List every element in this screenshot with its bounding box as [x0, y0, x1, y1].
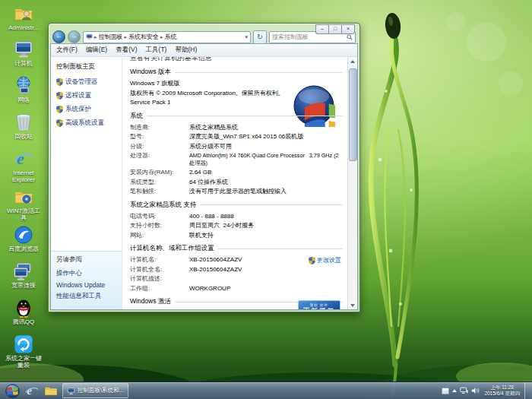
internet-explorer-icon: e: [25, 385, 38, 397]
taskbar-explorer-button[interactable]: [41, 383, 60, 398]
row-value: AMD Athlon(tm) X4 760K Quad Core Process…: [189, 152, 343, 166]
triangle-down-icon: [350, 304, 355, 307]
breadcrumb-item-system[interactable]: 系统: [165, 33, 177, 41]
close-button[interactable]: ×: [341, 24, 355, 34]
desktop-icon-label: 回收站: [14, 133, 33, 140]
row-value: 2.64 GB: [189, 169, 211, 176]
desktop-icon-computer[interactable]: 计算机: [3, 40, 44, 67]
taskbar-ie-button[interactable]: e: [22, 383, 41, 398]
sidebar-item-windows-update[interactable]: Windows Update: [56, 280, 116, 290]
vertical-scrollbar[interactable]: [347, 57, 357, 309]
section-system: 系统 制造商:系统之家精品系统 型号:深度完美版_Win7 SP1 x64 20…: [130, 112, 343, 195]
desktop-icon-onekey-reinstall[interactable]: 系统之家一键重装: [3, 334, 44, 369]
refresh-button[interactable]: ↻: [253, 30, 267, 44]
uac-shield-icon: [56, 119, 63, 127]
task-button-label: 控制面板\系统和...: [78, 387, 124, 394]
change-settings-link[interactable]: 更改设置: [309, 256, 341, 264]
desktop-icon-label: 百度浏览器: [8, 245, 39, 252]
breadcrumb[interactable]: ▸ 控制面板 ▸ 系统和安全 ▸ 系统 ▾: [83, 31, 251, 43]
sidebar-item-label: 系统保护: [65, 105, 91, 114]
badge-top-text: 微软 软件: [310, 304, 328, 308]
row-label: 制造商:: [130, 124, 189, 131]
search-placeholder: 搜索控制面板: [272, 33, 309, 41]
row-label: 计算机全名:: [130, 266, 189, 274]
minimize-button[interactable]: –: [315, 24, 328, 34]
volume-tray-icon[interactable]: [471, 387, 480, 394]
desktop-icon-recycle-bin[interactable]: 回收站: [3, 112, 44, 140]
scrollbar-thumb[interactable]: [349, 68, 357, 161]
sidebar-item-advanced-settings[interactable]: 高级系统设置: [51, 116, 122, 130]
genuine-license-badge[interactable]: 微软 软件 正版授权 安全 放心 承诺: [298, 300, 340, 309]
show-desktop-button[interactable]: [524, 382, 532, 399]
menu-view[interactable]: 查看(V): [116, 46, 137, 55]
uac-shield-icon: [309, 257, 315, 264]
breadcrumb-item-system-security[interactable]: 系统和安全: [128, 33, 159, 41]
chevron-down-icon[interactable]: ▾: [245, 34, 248, 40]
qq-penguin-icon: [14, 298, 33, 318]
system-window-icon: [67, 387, 75, 395]
online-support-link[interactable]: 联机支持: [189, 232, 214, 239]
back-button[interactable]: ←: [52, 30, 65, 43]
desktop-icon-internet-explorer[interactable]: e Internet Explorer: [3, 149, 44, 183]
desktop-icon-label: 系统之家一键重装: [5, 355, 43, 369]
desktop-icon-win7-activator[interactable]: WIN7激活工具: [3, 187, 44, 221]
see-also-header: 另请参阅: [56, 255, 116, 264]
row-label: 计算机名:: [130, 256, 189, 264]
breadcrumb-item-control-panel[interactable]: 控制面板: [99, 33, 123, 41]
section-activation: Windows 激活 Windows 已激活 产品 ID: 00426-OEM-…: [130, 297, 343, 309]
desktop-icon-label: WIN7激活工具: [5, 207, 43, 221]
row-label: 分级:: [130, 143, 189, 150]
sidebar-item-system-protection[interactable]: 系统保护: [51, 103, 122, 116]
address-bar-row: ← → ▸ 控制面板 ▸ 系统和安全 ▸ 系统 ▾ ↻ 搜索控制面板: [49, 30, 359, 43]
uac-shield-icon: [56, 106, 63, 113]
window-frame: 文件(F) 编辑(E) 查看(V) 工具(T) 帮助(H) 控制面板主页 设备管…: [50, 43, 358, 310]
start-button[interactable]: [3, 383, 22, 398]
forward-button[interactable]: →: [68, 30, 81, 43]
maximize-button[interactable]: □: [328, 24, 341, 34]
network-globe-icon: [14, 76, 33, 96]
menu-file[interactable]: 文件(F): [56, 46, 78, 55]
row-label: 型号:: [130, 133, 189, 141]
show-hidden-icons-button[interactable]: [452, 389, 457, 392]
uac-shield-icon: [56, 92, 63, 100]
taskbar-task-control-panel[interactable]: 控制面板\系统和...: [62, 383, 128, 398]
tray-clock[interactable]: 上午 11:28 2015/6/4 星期四: [484, 385, 520, 397]
scroll-up-button[interactable]: [348, 57, 357, 65]
desktop-icon-administrator[interactable]: Administr...: [3, 4, 44, 31]
row-label: 支持小时数:: [130, 222, 189, 230]
row-value: 没有可用于此显示器的笔或触控输入: [189, 188, 287, 195]
computer-icon: [14, 40, 33, 59]
system-page-icon: [86, 33, 93, 40]
sidebar-item-action-center[interactable]: 操作中心: [56, 268, 116, 280]
menu-tools[interactable]: 工具(T): [146, 46, 167, 55]
tray-misc-icon[interactable]: [442, 388, 449, 394]
scrollbar-track[interactable]: [348, 65, 357, 301]
section-header: Windows 版本: [130, 68, 343, 77]
window-titlebar[interactable]: – □ ×: [49, 24, 359, 30]
menu-edit[interactable]: 编辑(E): [86, 46, 107, 55]
badge-main-text: 正版授权: [303, 308, 335, 309]
edition-service-pack: Service Pack 1: [130, 99, 170, 106]
edition-name: Windows 7 旗舰版: [130, 80, 179, 87]
sidebar-item-device-manager[interactable]: 设备管理器: [51, 75, 122, 89]
menu-help[interactable]: 帮助(H): [175, 46, 197, 55]
row-value: XB-20150604ZAZV: [189, 256, 242, 264]
sidebar-item-control-panel-home[interactable]: 控制面板主页: [51, 57, 122, 75]
row-label: 工作组:: [130, 285, 189, 293]
sidebar-item-remote-settings[interactable]: 远程设置: [51, 89, 122, 103]
clock-date: 2015/6/4 星期四: [484, 391, 520, 397]
desktop-icon-network[interactable]: 网络: [3, 76, 44, 103]
rating-unavailable-link[interactable]: 系统分级不可用: [189, 143, 232, 150]
desktop-icon-broadband[interactable]: 宽带连接: [3, 261, 44, 289]
scroll-down-button[interactable]: [348, 301, 357, 309]
sidebar-item-performance-tools[interactable]: 性能信息和工具: [56, 290, 116, 302]
desktop-icon-qq[interactable]: 腾讯QQ: [3, 298, 44, 325]
row-label: 处理器:: [130, 152, 189, 166]
row-label: 笔和触摸:: [130, 188, 189, 195]
network-tray-icon[interactable]: [460, 387, 468, 394]
desktop-icon-label: Administr...: [8, 24, 39, 31]
desktop-icon-baidu-browser[interactable]: 百度浏览器: [3, 225, 44, 252]
breadcrumb-separator: ▸: [125, 34, 128, 40]
row-value: 深度完美版_Win7 SP1 x64 2015 06装机版: [189, 133, 303, 141]
sidebar: 控制面板主页 设备管理器 远程设置 系统保护 高级系统设置: [51, 57, 122, 309]
